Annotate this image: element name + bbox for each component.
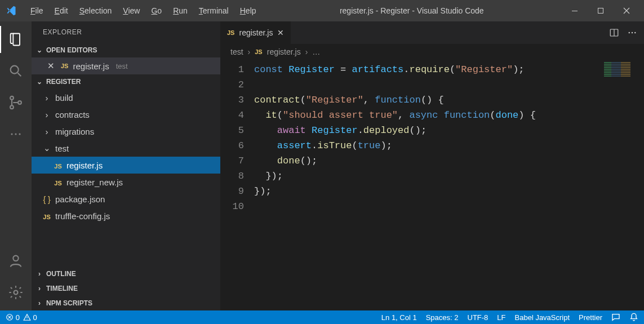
open-editor-folder: test xyxy=(116,62,128,70)
tree-icon: JS xyxy=(53,161,63,170)
minimize-button[interactable] xyxy=(562,0,588,21)
window-controls xyxy=(562,0,639,21)
chevron-right-icon: › xyxy=(248,47,251,56)
svg-point-10 xyxy=(14,291,18,295)
project-header[interactable]: ⌄ REGISTER xyxy=(32,74,220,89)
bell-icon[interactable] xyxy=(629,313,638,322)
breadcrumb-file[interactable]: register.js xyxy=(267,47,301,56)
tabs-row: JS register.js ✕ xyxy=(220,21,644,44)
menu-edit[interactable]: Edit xyxy=(49,3,74,19)
tree-label: register.js xyxy=(66,161,103,170)
cursor-position[interactable]: Ln 1, Col 1 xyxy=(381,313,417,322)
folder-contracts[interactable]: ›contracts xyxy=(32,106,220,123)
svg-point-12 xyxy=(629,32,630,33)
sidebar: EXPLORER ⌄ OPEN EDITORS ✕ JS register.js… xyxy=(32,21,220,310)
timeline-header[interactable]: › TIMELINE xyxy=(32,281,220,296)
tree-label: package.json xyxy=(55,194,105,204)
titlebar: FileEditSelectionViewGoRunTerminalHelp r… xyxy=(0,0,644,21)
chevron-right-icon: › xyxy=(305,47,308,56)
chevron-down-icon: ⌄ xyxy=(35,78,44,86)
search-icon[interactable] xyxy=(0,57,32,85)
tree-icon: › xyxy=(42,93,52,103)
tab-register-js[interactable]: JS register.js ✕ xyxy=(220,21,291,44)
svg-point-13 xyxy=(632,32,633,33)
indent-spaces[interactable]: Spaces: 2 xyxy=(426,313,459,322)
svg-point-2 xyxy=(11,66,19,74)
npm-scripts-header[interactable]: › NPM SCRIPTS xyxy=(32,296,220,310)
menu-view[interactable]: View xyxy=(117,3,145,19)
file-truffle-config-js[interactable]: JStruffle-config.js xyxy=(32,207,220,224)
editor: JS register.js ✕ test › JS register.js ›… xyxy=(220,21,644,310)
more-icon[interactable] xyxy=(0,121,32,148)
open-editors-header[interactable]: ⌄ OPEN EDITORS xyxy=(32,43,220,57)
svg-point-6 xyxy=(11,133,12,135)
tree-icon: JS xyxy=(42,211,52,221)
breadcrumb-folder[interactable]: test xyxy=(230,47,243,56)
chevron-down-icon: ⌄ xyxy=(35,46,44,54)
minimap[interactable] xyxy=(602,60,644,310)
tree-icon: { } xyxy=(42,194,52,204)
explorer-icon[interactable] xyxy=(0,26,32,53)
errors-count[interactable]: 0 xyxy=(6,313,20,322)
outline-header[interactable]: › OUTLINE xyxy=(32,267,220,281)
folder-build[interactable]: ›build xyxy=(32,89,220,106)
tree-label: build xyxy=(55,93,73,103)
folder-migrations[interactable]: ›migrations xyxy=(32,123,220,140)
npm-label: NPM SCRIPTS xyxy=(46,299,92,307)
tree-label: truffle-config.js xyxy=(55,211,110,221)
svg-point-8 xyxy=(19,133,20,135)
js-file-icon: JS xyxy=(227,29,234,36)
open-editor-filename: register.js xyxy=(73,61,109,71)
svg-rect-1 xyxy=(598,8,603,14)
breadcrumb[interactable]: test › JS register.js › … xyxy=(220,44,644,60)
feedback-icon[interactable] xyxy=(611,313,620,322)
js-file-icon: JS xyxy=(61,63,68,69)
maximize-button[interactable] xyxy=(588,0,614,21)
chevron-right-icon: › xyxy=(35,270,44,278)
file-register_new-js[interactable]: JSregister_new.js xyxy=(32,174,220,190)
svg-point-4 xyxy=(10,105,14,109)
tree-icon: › xyxy=(42,110,52,119)
language-mode[interactable]: Babel JavaScript xyxy=(515,313,570,322)
close-button[interactable] xyxy=(614,0,639,21)
close-icon[interactable]: ✕ xyxy=(47,61,56,71)
account-icon[interactable] xyxy=(0,247,32,274)
statusbar: 0 0 Ln 1, Col 1 Spaces: 2 UTF-8 LF Babel… xyxy=(0,310,644,324)
tree-icon: › xyxy=(42,127,52,136)
eol[interactable]: LF xyxy=(497,313,505,322)
warnings-count[interactable]: 0 xyxy=(23,313,37,322)
file-tree: ›build›contracts›migrations⌄testJSregist… xyxy=(32,89,220,224)
file-register-js[interactable]: JSregister.js xyxy=(32,157,220,174)
svg-rect-0 xyxy=(572,11,578,11)
code-content[interactable]: const Register = artifacts.require("Regi… xyxy=(254,60,602,310)
tab-filename: register.js xyxy=(239,28,273,37)
menu-terminal[interactable]: Terminal xyxy=(193,3,234,19)
vscode-logo-icon xyxy=(5,4,18,17)
menu-go[interactable]: Go xyxy=(145,3,167,19)
svg-point-5 xyxy=(18,101,21,104)
project-label: REGISTER xyxy=(46,78,81,86)
source-control-icon[interactable] xyxy=(0,89,32,116)
code-area[interactable]: 12345678910 const Register = artifacts.r… xyxy=(220,60,644,310)
tree-icon: JS xyxy=(53,177,63,187)
menu-run[interactable]: Run xyxy=(167,3,193,19)
more-actions-icon[interactable] xyxy=(627,28,637,38)
menu-file[interactable]: File xyxy=(25,3,49,19)
file-package-json[interactable]: { }package.json xyxy=(32,190,220,207)
settings-gear-icon[interactable] xyxy=(0,279,32,306)
folder-test[interactable]: ⌄test xyxy=(32,140,220,157)
close-icon[interactable]: ✕ xyxy=(277,28,284,37)
breadcrumb-more[interactable]: … xyxy=(312,47,320,56)
svg-point-3 xyxy=(10,96,14,100)
timeline-label: TIMELINE xyxy=(46,285,78,292)
menu-selection[interactable]: Selection xyxy=(74,3,118,19)
menu-help[interactable]: Help xyxy=(234,3,262,19)
line-gutter: 12345678910 xyxy=(220,60,254,310)
split-editor-icon[interactable] xyxy=(609,28,619,38)
svg-point-14 xyxy=(634,32,636,33)
formatter[interactable]: Prettier xyxy=(579,313,602,322)
tree-label: test xyxy=(55,144,69,153)
tree-icon: ⌄ xyxy=(42,143,52,153)
encoding[interactable]: UTF-8 xyxy=(468,313,488,322)
open-editor-item[interactable]: ✕ JS register.js test xyxy=(32,57,220,74)
